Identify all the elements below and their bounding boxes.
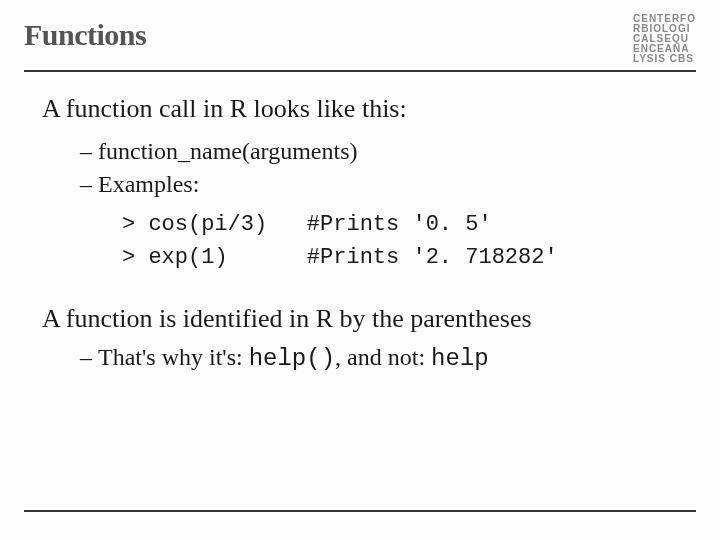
code-example: > cos(pi/3) #Prints '0. 5' > exp(1) #Pri…: [122, 208, 686, 274]
code-help-parens: help(): [249, 345, 335, 372]
header: Functions CENTERFO RBIOLOGI CALSEQU ENCE…: [24, 18, 696, 64]
org-logo: CENTERFO RBIOLOGI CALSEQU ENCEANA LYSIS …: [633, 14, 696, 64]
slide: Functions CENTERFO RBIOLOGI CALSEQU ENCE…: [0, 0, 720, 540]
divider-bottom: [24, 510, 696, 512]
bullet-help: –That's why it's: help(), and not: help: [80, 344, 686, 372]
bullet-examples: –Examples:: [80, 171, 686, 198]
bullet-help-pre: That's why it's:: [98, 344, 249, 370]
content: A function call in R looks like this: –f…: [24, 72, 696, 372]
bullet-syntax: –function_name(arguments): [80, 138, 686, 165]
code-help-bare: help: [431, 345, 489, 372]
lead-text-2: A function is identified in R by the par…: [42, 304, 686, 334]
slide-title: Functions: [24, 18, 146, 52]
bullet-syntax-text: function_name(arguments): [98, 138, 357, 164]
bullet-examples-text: Examples:: [98, 171, 199, 197]
bullet-help-mid: , and not:: [335, 344, 431, 370]
lead-text-1: A function call in R looks like this:: [42, 94, 686, 124]
